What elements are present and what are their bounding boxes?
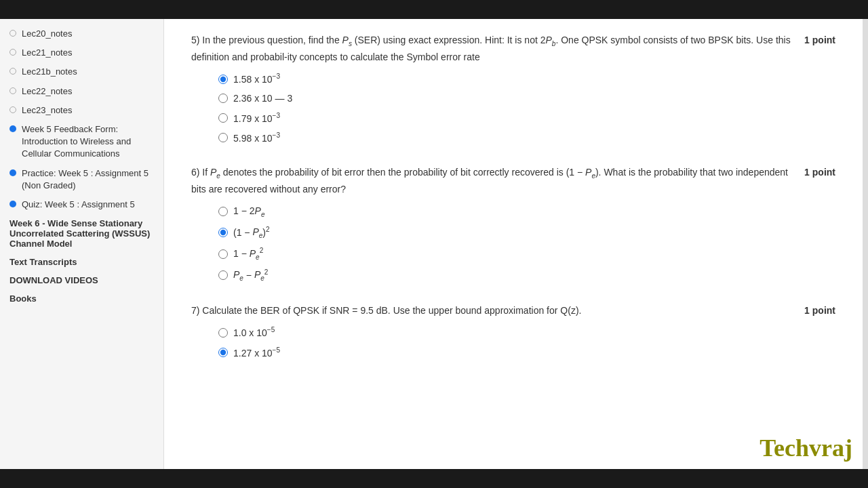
point-label-7: 1 point <box>804 303 835 318</box>
option-q5d: 5.98 x 10−3 <box>218 130 835 146</box>
sidebar-dot-lec21b <box>9 68 16 75</box>
option-q5a: 1.58 x 10−3 <box>218 71 835 87</box>
question-7: 7) Calculate the BER of QPSK if SNR = 9.… <box>191 303 835 360</box>
option-q6b: (1 − Pe)2 <box>218 224 835 241</box>
sidebar-label-quiz5: Quiz: Week 5 : Assignment 5 <box>22 199 155 211</box>
sidebar-dot-lec21 <box>9 49 16 56</box>
sidebar-item-lec23[interactable]: Lec23_notes <box>0 101 163 120</box>
sidebar-dot-week5feedback <box>9 125 16 132</box>
option-q7b: 1.27 x 10−5 <box>218 345 835 361</box>
point-label-6: 1 point <box>804 165 835 180</box>
question-text-7: 7) Calculate the BER of QPSK if SNR = 9.… <box>191 303 791 318</box>
option-label-q6a: 1 − 2Pe <box>233 203 264 220</box>
options-list-6: 1 − 2Pe(1 − Pe)21 − Pe2Pe − Pe2 <box>218 203 835 284</box>
sidebar-label-lec21: Lec21_notes <box>22 47 155 59</box>
radio-q6d[interactable] <box>218 270 228 280</box>
option-q6d: Pe − Pe2 <box>218 267 835 284</box>
sidebar-dot-quiz5 <box>9 201 16 207</box>
main-container: Lec20_notesLec21_notesLec21b_notesLec22_… <box>0 19 868 469</box>
question-header-6: 6) If Pe denotes the probability of bit … <box>191 165 835 197</box>
radio-q5c[interactable] <box>218 113 228 123</box>
question-header-5: 5) In the previous question, find the Ps… <box>191 33 835 64</box>
sidebar-label-practice5: Practice: Week 5 : Assignment 5 (Non Gra… <box>22 167 155 192</box>
option-label-q5c: 1.79 x 10−3 <box>233 110 280 126</box>
sidebar-section-download[interactable]: DOWNLOAD VIDEOS <box>0 271 163 289</box>
question-text-5: 5) In the previous question, find the Ps… <box>191 33 791 64</box>
top-bar <box>0 0 868 19</box>
sidebar-dot-lec22 <box>9 87 16 94</box>
sidebar-label-week5feedback: Week 5 Feedback Form: Introduction to Wi… <box>22 123 155 161</box>
option-q5b: 2.36 x 10 — 3 <box>218 91 835 106</box>
sidebar-item-lec21[interactable]: Lec21_notes <box>0 43 163 62</box>
sidebar: Lec20_notesLec21_notesLec21b_notesLec22_… <box>0 19 164 469</box>
sidebar-label-lec23: Lec23_notes <box>22 104 155 117</box>
option-label-q7b: 1.27 x 10−5 <box>233 345 280 361</box>
option-label-q5d: 5.98 x 10−3 <box>233 130 280 146</box>
radio-q7a[interactable] <box>218 328 228 338</box>
point-label-5: 1 point <box>804 33 835 47</box>
option-q5c: 1.79 x 10−3 <box>218 110 835 126</box>
sidebar-section-books[interactable]: Books <box>0 289 163 308</box>
radio-q5d[interactable] <box>218 133 228 142</box>
sidebar-label-lec21b: Lec21b_notes <box>22 66 155 78</box>
right-scrollbar[interactable] <box>863 19 868 469</box>
radio-q5a[interactable] <box>218 75 228 84</box>
sidebar-item-practice5[interactable]: Practice: Week 5 : Assignment 5 (Non Gra… <box>0 164 163 195</box>
watermark: Techvraj <box>760 434 852 462</box>
sidebar-section-transcripts[interactable]: Text Transcripts <box>0 253 163 271</box>
question-5: 5) In the previous question, find the Ps… <box>191 33 835 146</box>
question-header-7: 7) Calculate the BER of QPSK if SNR = 9.… <box>191 303 835 318</box>
bottom-bar <box>0 469 868 488</box>
radio-q7b[interactable] <box>218 348 228 357</box>
sidebar-item-lec22[interactable]: Lec22_notes <box>0 82 163 101</box>
sidebar-dot-practice5 <box>9 169 16 176</box>
option-q6c: 1 − Pe2 <box>218 245 835 262</box>
sidebar-item-quiz5[interactable]: Quiz: Week 5 : Assignment 5 <box>0 195 163 214</box>
radio-q6a[interactable] <box>218 207 228 216</box>
sidebar-item-week5feedback[interactable]: Week 5 Feedback Form: Introduction to Wi… <box>0 120 163 164</box>
sidebar-section-week6[interactable]: Week 6 - Wide Sense Stationary Uncorrela… <box>0 214 163 253</box>
sidebar-item-lec20[interactable]: Lec20_notes <box>0 24 163 43</box>
radio-q5b[interactable] <box>218 94 228 103</box>
option-label-q6d: Pe − Pe2 <box>233 267 268 284</box>
option-label-q5b: 2.36 x 10 — 3 <box>233 91 292 106</box>
sidebar-label-lec22: Lec22_notes <box>22 85 155 98</box>
option-q6a: 1 − 2Pe <box>218 203 835 220</box>
options-list-5: 1.58 x 10−32.36 x 10 — 31.79 x 10−35.98 … <box>218 71 835 146</box>
question-6: 6) If Pe denotes the probability of bit … <box>191 165 835 284</box>
content-area: 5) In the previous question, find the Ps… <box>164 19 863 469</box>
option-label-q6c: 1 − Pe2 <box>233 245 263 262</box>
question-text-6: 6) If Pe denotes the probability of bit … <box>191 165 791 197</box>
option-q7a: 1.0 x 10−5 <box>218 325 835 340</box>
option-label-q7a: 1.0 x 10−5 <box>233 325 275 340</box>
sidebar-dot-lec23 <box>9 106 16 113</box>
sidebar-item-lec21b[interactable]: Lec21b_notes <box>0 62 163 81</box>
radio-q6b[interactable] <box>218 228 228 237</box>
sidebar-label-lec20: Lec20_notes <box>22 28 155 40</box>
sidebar-dot-lec20 <box>9 30 16 37</box>
option-label-q6b: (1 − Pe)2 <box>233 224 270 241</box>
radio-q6c[interactable] <box>218 249 228 259</box>
options-list-7: 1.0 x 10−51.27 x 10−5 <box>218 325 835 360</box>
option-label-q5a: 1.58 x 10−3 <box>233 71 280 87</box>
